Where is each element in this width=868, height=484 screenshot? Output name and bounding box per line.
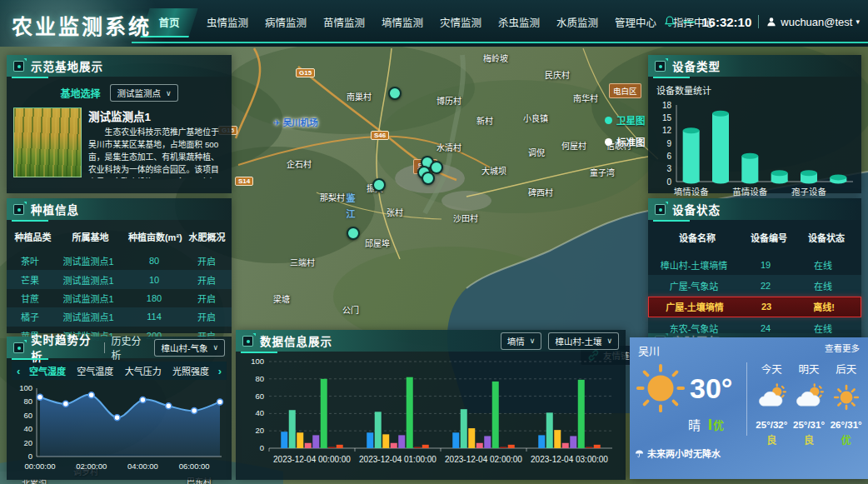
road-shield: S46 <box>371 131 389 140</box>
svg-text:苗情设备: 苗情设备 <box>732 187 767 197</box>
map-place-label: 大城坝 <box>481 164 506 177</box>
weather-more-link[interactable]: 查看更多 <box>825 342 860 354</box>
svg-text:0: 0 <box>28 452 32 461</box>
table-cell: 测试监测点1 <box>53 310 123 323</box>
base-select-dropdown[interactable]: 测试监测点 ∨ <box>110 84 177 102</box>
nav-item-0[interactable]: 首页 <box>140 7 198 37</box>
river-label: 鉴江 <box>343 193 357 225</box>
svg-text:02:00:00: 02:00:00 <box>76 462 107 471</box>
nav-item-1[interactable]: 虫情监测 <box>198 7 257 37</box>
base-select-value: 测试监测点 <box>117 87 161 99</box>
sun-cloud-icon <box>753 383 791 415</box>
map-place-label: 南巢村 <box>347 90 372 102</box>
map-place-label: 张村 <box>387 206 403 218</box>
minus-icon[interactable]: — <box>683 15 695 28</box>
map-place-label: 水清村 <box>436 141 461 153</box>
panel-title: 设备类型 <box>672 57 721 74</box>
map-place-label: 博历村 <box>436 94 461 107</box>
road-shield: S14 <box>235 177 253 186</box>
sun-icon <box>827 383 865 415</box>
data-station-dropdown[interactable]: 樟山村-土壤 ∨ <box>548 332 619 350</box>
table-cell: 开启 <box>185 310 228 323</box>
divider <box>746 362 747 436</box>
svg-text:2023-12-04 01:00:00: 2023-12-04 01:00:00 <box>359 455 436 464</box>
map-city-badge: 电白区 <box>609 83 641 98</box>
table-header-row: 种植品类所属基地种植亩数(m²)水肥概况 <box>7 220 232 252</box>
user-menu[interactable]: wuchuan@test ▾ <box>766 16 860 28</box>
table-row: 樟山村-土壤墒情19在线 <box>648 254 861 275</box>
forecast-quality: 优 <box>827 432 865 447</box>
device-marker-6[interactable] <box>347 227 360 240</box>
forecast-day-2: 后天26°/31°优 <box>827 361 865 447</box>
trend-station-dropdown[interactable]: 樟山村-气象 ∨ <box>154 339 225 357</box>
table-cell: 设备状态 <box>795 231 858 244</box>
table-cell: 东农-气象站 <box>648 322 740 335</box>
map-layer-toggle: 卫星图标准图 <box>605 113 646 157</box>
table-row: 广屋-气象站22在线 <box>648 275 861 296</box>
nav-item-2[interactable]: 病情监测 <box>257 7 315 37</box>
table-cell: 樟山村-土壤墒情 <box>648 258 740 272</box>
tabs-right-arrow[interactable]: › <box>217 365 223 377</box>
map-place-label: 邱屋埠 <box>365 237 390 249</box>
svg-text:20: 20 <box>255 426 264 435</box>
table-row: 甘蔗测试监测点1180开启 <box>7 289 232 307</box>
map-layer-option-1[interactable]: 标准图 <box>605 135 646 148</box>
table-row: 东农-气象站24在线 <box>648 317 861 338</box>
table-cell: 芒果 <box>7 273 53 287</box>
svg-text:18: 18 <box>662 101 672 110</box>
nav-item-5[interactable]: 灾情监测 <box>432 7 490 37</box>
svg-text:60: 60 <box>255 392 264 401</box>
bell-icon[interactable] <box>663 15 676 28</box>
table-cell: 橘子 <box>7 310 53 323</box>
table-cell: 广屋-土壤墒情 <box>649 300 741 313</box>
device-bar-chart: 0369121518墒情设备苗情设备孢子设备 <box>648 97 861 212</box>
map-place-label: 那梨村 <box>320 191 345 203</box>
nav-item-7[interactable]: 水质监测 <box>548 7 606 37</box>
panel-corner-icon <box>13 61 24 72</box>
device-marker-5[interactable] <box>372 178 386 192</box>
device-marker-4[interactable] <box>422 172 435 185</box>
nav-item-3[interactable]: 苗情监测 <box>315 7 373 37</box>
nav-item-4[interactable]: 墒情监测 <box>373 7 432 37</box>
trend-tab-3[interactable]: 光照强度 <box>168 364 212 377</box>
map-place-label: 三端村 <box>290 256 315 268</box>
user-name: wuchuan@test <box>781 16 852 28</box>
nav-item-8[interactable]: 管理中心 <box>606 7 665 37</box>
svg-text:04:00:00: 04:00:00 <box>127 462 158 471</box>
weather-condition: 晴 <box>688 416 701 433</box>
svg-text:9: 9 <box>666 139 671 148</box>
tabs-left-arrow[interactable]: ‹ <box>15 365 22 377</box>
trend-tab-0[interactable]: 空气湿度 <box>25 364 69 377</box>
forecast-day-0: 今天25°/32°良 <box>753 361 791 447</box>
forecast-day-1: 明天25°/31°良 <box>791 361 828 447</box>
panel-title: 数据信息展示 <box>260 332 332 349</box>
table-cell: 水肥概况 <box>186 230 228 243</box>
device-marker-0[interactable] <box>388 87 402 100</box>
panel-device-type: 设备类型 设备数量统计 0369121518墒情设备苗情设备孢子设备 <box>648 55 861 193</box>
forecast-temp: 25°/31° <box>791 420 828 430</box>
svg-text:2023-12-04 00:00:00: 2023-12-04 00:00:00 <box>273 455 351 464</box>
weather-tip: 未来两小时无降水 <box>647 447 721 460</box>
nav-item-6[interactable]: 杀虫监测 <box>490 7 548 37</box>
table-row: 广屋-土壤墒情23离线! <box>648 297 861 317</box>
history-analysis-link[interactable]: 历史分析 <box>112 333 148 362</box>
svg-text:墒情设备: 墒情设备 <box>674 187 709 197</box>
data-type-dropdown[interactable]: 墒情 ∨ <box>501 332 542 350</box>
table-cell: 19 <box>740 260 791 270</box>
weather-temp: 30° <box>690 372 732 405</box>
road-shield: G15 <box>296 68 315 77</box>
map-place-label: 沙田村 <box>453 212 478 224</box>
trend-tab-2[interactable]: 大气压力 <box>121 364 165 377</box>
panel-title: 示范基地展示 <box>31 57 103 74</box>
svg-text:100: 100 <box>251 357 264 366</box>
map-place-label: 南华村 <box>573 92 598 104</box>
panel-planting-info: 种植信息 种植品类所属基地种植亩数(m²)水肥概况茶叶测试监测点180开启芒果测… <box>7 198 232 333</box>
panel-corner-icon <box>13 342 24 353</box>
trend-tab-1[interactable]: 空气温度 <box>73 364 117 377</box>
map-layer-option-0[interactable]: 卫星图 <box>605 113 646 127</box>
svg-text:2023-12-04 03:00:00: 2023-12-04 03:00:00 <box>531 455 608 464</box>
weather-city: 吴川 <box>638 342 660 358</box>
table-cell: 设备编号 <box>743 231 795 244</box>
map-layer-label: 标准图 <box>616 135 646 148</box>
top-navbar: 农业监测系统 首页虫情监测病情监测苗情监测墒情监测灾情监测杀虫监测水质监测管理中… <box>0 0 868 47</box>
